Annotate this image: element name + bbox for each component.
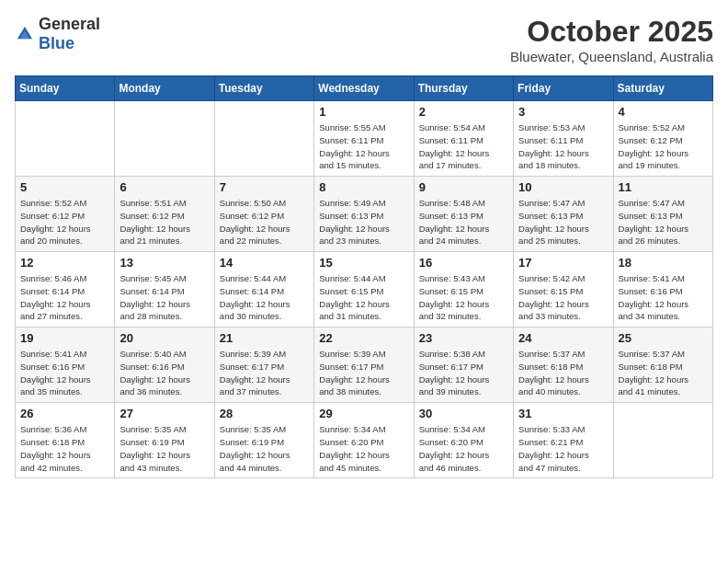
calendar-cell: 28Sunrise: 5:35 AM Sunset: 6:19 PM Dayli… xyxy=(214,403,313,478)
day-number: 23 xyxy=(419,331,508,345)
day-info: Sunrise: 5:53 AM Sunset: 6:11 PM Dayligh… xyxy=(518,121,608,172)
weekday-header-tuesday: Tuesday xyxy=(214,76,313,101)
day-number: 10 xyxy=(518,180,608,194)
day-number: 13 xyxy=(119,256,209,270)
calendar-cell: 11Sunrise: 5:47 AM Sunset: 6:13 PM Dayli… xyxy=(613,177,712,252)
logo-general-text: General xyxy=(39,15,100,33)
day-number: 19 xyxy=(20,331,109,345)
day-number: 30 xyxy=(419,407,508,420)
day-info: Sunrise: 5:52 AM Sunset: 6:12 PM Dayligh… xyxy=(20,197,109,247)
day-number: 4 xyxy=(619,105,708,119)
day-number: 22 xyxy=(319,331,408,345)
day-number: 25 xyxy=(619,331,708,345)
calendar-cell: 20Sunrise: 5:40 AM Sunset: 6:16 PM Dayli… xyxy=(115,327,214,403)
day-info: Sunrise: 5:41 AM Sunset: 6:16 PM Dayligh… xyxy=(20,348,109,398)
calendar-week-row: 19Sunrise: 5:41 AM Sunset: 6:16 PM Dayli… xyxy=(16,327,713,403)
calendar-cell: 12Sunrise: 5:46 AM Sunset: 6:14 PM Dayli… xyxy=(16,252,115,327)
day-info: Sunrise: 5:47 AM Sunset: 6:13 PM Dayligh… xyxy=(518,197,608,247)
calendar-cell: 23Sunrise: 5:38 AM Sunset: 6:17 PM Dayli… xyxy=(414,327,513,403)
day-info: Sunrise: 5:35 AM Sunset: 6:19 PM Dayligh… xyxy=(220,423,309,474)
calendar-cell: 13Sunrise: 5:45 AM Sunset: 6:14 PM Dayli… xyxy=(115,252,214,327)
calendar-cell xyxy=(613,403,712,478)
weekday-header-wednesday: Wednesday xyxy=(314,76,414,101)
calendar-cell: 9Sunrise: 5:48 AM Sunset: 6:13 PM Daylig… xyxy=(414,177,513,252)
weekday-header-saturday: Saturday xyxy=(613,76,712,101)
day-number: 12 xyxy=(20,256,109,270)
day-info: Sunrise: 5:51 AM Sunset: 6:12 PM Dayligh… xyxy=(119,197,209,247)
calendar-week-row: 1Sunrise: 5:55 AM Sunset: 6:11 PM Daylig… xyxy=(16,101,713,177)
day-number: 9 xyxy=(419,180,508,194)
calendar-table: SundayMondayTuesdayWednesdayThursdayFrid… xyxy=(15,75,713,478)
calendar-week-row: 12Sunrise: 5:46 AM Sunset: 6:14 PM Dayli… xyxy=(16,252,713,327)
calendar-cell: 15Sunrise: 5:44 AM Sunset: 6:15 PM Dayli… xyxy=(314,252,414,327)
weekday-header-friday: Friday xyxy=(514,76,613,101)
day-number: 27 xyxy=(119,407,209,420)
calendar-cell: 10Sunrise: 5:47 AM Sunset: 6:13 PM Dayli… xyxy=(514,177,613,252)
calendar-cell: 22Sunrise: 5:39 AM Sunset: 6:17 PM Dayli… xyxy=(314,327,414,403)
day-info: Sunrise: 5:48 AM Sunset: 6:13 PM Dayligh… xyxy=(419,197,508,247)
day-info: Sunrise: 5:39 AM Sunset: 6:17 PM Dayligh… xyxy=(319,348,408,398)
day-number: 14 xyxy=(220,256,309,270)
day-info: Sunrise: 5:37 AM Sunset: 6:18 PM Dayligh… xyxy=(518,348,608,398)
calendar-cell xyxy=(115,101,214,177)
day-number: 8 xyxy=(319,180,408,194)
day-info: Sunrise: 5:39 AM Sunset: 6:17 PM Dayligh… xyxy=(220,348,309,398)
calendar-cell: 19Sunrise: 5:41 AM Sunset: 6:16 PM Dayli… xyxy=(16,327,115,403)
day-info: Sunrise: 5:49 AM Sunset: 6:13 PM Dayligh… xyxy=(319,197,408,247)
day-number: 3 xyxy=(518,105,608,119)
calendar-cell: 7Sunrise: 5:50 AM Sunset: 6:12 PM Daylig… xyxy=(214,177,313,252)
day-info: Sunrise: 5:50 AM Sunset: 6:12 PM Dayligh… xyxy=(220,197,309,247)
calendar-cell: 25Sunrise: 5:37 AM Sunset: 6:18 PM Dayli… xyxy=(613,327,712,403)
page-header: General Blue October 2025 Bluewater, Que… xyxy=(15,15,713,64)
month-title: October 2025 xyxy=(510,15,713,49)
calendar-cell: 3Sunrise: 5:53 AM Sunset: 6:11 PM Daylig… xyxy=(514,101,613,177)
calendar-cell: 4Sunrise: 5:52 AM Sunset: 6:12 PM Daylig… xyxy=(613,101,712,177)
day-info: Sunrise: 5:35 AM Sunset: 6:19 PM Dayligh… xyxy=(119,423,209,474)
day-number: 31 xyxy=(518,407,608,420)
day-info: Sunrise: 5:34 AM Sunset: 6:20 PM Dayligh… xyxy=(419,423,508,474)
location-title: Bluewater, Queensland, Australia xyxy=(510,49,713,64)
day-number: 21 xyxy=(220,331,309,345)
day-info: Sunrise: 5:37 AM Sunset: 6:18 PM Dayligh… xyxy=(619,348,708,398)
calendar-cell: 24Sunrise: 5:37 AM Sunset: 6:18 PM Dayli… xyxy=(514,327,613,403)
day-number: 24 xyxy=(518,331,608,345)
day-number: 26 xyxy=(20,407,109,420)
day-info: Sunrise: 5:36 AM Sunset: 6:18 PM Dayligh… xyxy=(20,423,109,474)
day-info: Sunrise: 5:38 AM Sunset: 6:17 PM Dayligh… xyxy=(419,348,508,398)
day-info: Sunrise: 5:40 AM Sunset: 6:16 PM Dayligh… xyxy=(119,348,209,398)
day-info: Sunrise: 5:55 AM Sunset: 6:11 PM Dayligh… xyxy=(319,121,408,172)
day-number: 11 xyxy=(619,180,708,194)
day-info: Sunrise: 5:46 AM Sunset: 6:14 PM Dayligh… xyxy=(20,272,109,323)
weekday-header-thursday: Thursday xyxy=(414,76,513,101)
day-number: 7 xyxy=(220,180,309,194)
day-info: Sunrise: 5:42 AM Sunset: 6:15 PM Dayligh… xyxy=(518,272,608,323)
day-info: Sunrise: 5:54 AM Sunset: 6:11 PM Dayligh… xyxy=(419,121,508,172)
day-number: 18 xyxy=(619,256,708,270)
calendar-cell: 17Sunrise: 5:42 AM Sunset: 6:15 PM Dayli… xyxy=(514,252,613,327)
day-info: Sunrise: 5:41 AM Sunset: 6:16 PM Dayligh… xyxy=(619,272,708,323)
title-block: October 2025 Bluewater, Queensland, Aust… xyxy=(510,15,713,64)
calendar-cell: 27Sunrise: 5:35 AM Sunset: 6:19 PM Dayli… xyxy=(115,403,214,478)
calendar-header-row: SundayMondayTuesdayWednesdayThursdayFrid… xyxy=(16,76,713,101)
calendar-cell: 18Sunrise: 5:41 AM Sunset: 6:16 PM Dayli… xyxy=(613,252,712,327)
calendar-cell: 29Sunrise: 5:34 AM Sunset: 6:20 PM Dayli… xyxy=(314,403,414,478)
day-number: 20 xyxy=(119,331,209,345)
day-info: Sunrise: 5:47 AM Sunset: 6:13 PM Dayligh… xyxy=(619,197,708,247)
logo-blue-text: Blue xyxy=(39,34,74,52)
calendar-cell: 30Sunrise: 5:34 AM Sunset: 6:20 PM Dayli… xyxy=(414,403,513,478)
calendar-cell: 14Sunrise: 5:44 AM Sunset: 6:14 PM Dayli… xyxy=(214,252,313,327)
weekday-header-monday: Monday xyxy=(115,76,214,101)
calendar-cell: 5Sunrise: 5:52 AM Sunset: 6:12 PM Daylig… xyxy=(16,177,115,252)
day-info: Sunrise: 5:43 AM Sunset: 6:15 PM Dayligh… xyxy=(419,272,508,323)
day-info: Sunrise: 5:45 AM Sunset: 6:14 PM Dayligh… xyxy=(119,272,209,323)
day-info: Sunrise: 5:44 AM Sunset: 6:14 PM Dayligh… xyxy=(220,272,309,323)
calendar-cell: 6Sunrise: 5:51 AM Sunset: 6:12 PM Daylig… xyxy=(115,177,214,252)
calendar-cell xyxy=(214,101,313,177)
day-number: 5 xyxy=(20,180,109,194)
day-number: 16 xyxy=(419,256,508,270)
day-number: 15 xyxy=(319,256,408,270)
day-number: 28 xyxy=(220,407,309,420)
calendar-week-row: 26Sunrise: 5:36 AM Sunset: 6:18 PM Dayli… xyxy=(16,403,713,478)
day-number: 29 xyxy=(319,407,408,420)
day-number: 1 xyxy=(319,105,408,119)
